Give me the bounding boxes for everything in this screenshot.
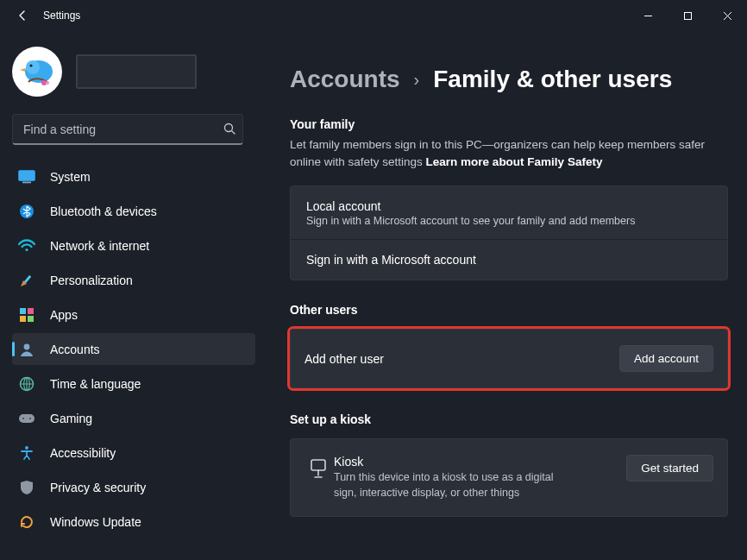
- nav-label: Network & internet: [50, 239, 149, 253]
- close-button[interactable]: [707, 2, 747, 29]
- kiosk-icon: [303, 455, 334, 500]
- svg-rect-8: [22, 181, 31, 183]
- profile-block[interactable]: [12, 47, 250, 97]
- maximize-icon: [683, 11, 693, 21]
- sidebar: System Bluetooth & devices Network & int…: [0, 31, 259, 560]
- local-account-title: Local account: [306, 199, 712, 213]
- svg-rect-12: [20, 308, 26, 314]
- search-wrap: [12, 114, 250, 145]
- gaming-icon: [17, 409, 36, 428]
- apps-icon: [17, 305, 36, 324]
- svg-rect-19: [19, 414, 35, 423]
- nav-item-accessibility[interactable]: Accessibility: [12, 437, 255, 469]
- update-icon: [17, 513, 36, 532]
- nav-item-privacy[interactable]: Privacy & security: [12, 471, 255, 503]
- nav-label: Windows Update: [50, 515, 141, 529]
- nav-item-windows-update[interactable]: Windows Update: [12, 506, 255, 538]
- nav-item-system[interactable]: System: [12, 160, 255, 192]
- add-account-button[interactable]: Add account: [619, 345, 713, 372]
- svg-point-16: [24, 343, 30, 349]
- breadcrumb-current: Family & other users: [433, 66, 672, 93]
- svg-point-10: [25, 248, 28, 250]
- family-learn-more-link[interactable]: Learn more about Family Safety: [426, 155, 603, 168]
- svg-rect-15: [28, 316, 34, 322]
- globe-clock-icon: [17, 374, 36, 393]
- avatar: [12, 47, 62, 97]
- kiosk-desc: Turn this device into a kiosk to use as …: [334, 470, 558, 500]
- svg-rect-13: [28, 308, 34, 314]
- main-content: Accounts › Family & other users Your fam…: [259, 31, 747, 560]
- window-controls: [628, 2, 747, 29]
- svg-rect-7: [19, 170, 35, 180]
- accounts-icon: [17, 340, 36, 359]
- minimize-button[interactable]: [628, 2, 668, 29]
- svg-point-21: [29, 418, 31, 419]
- add-other-user-label: Add other user: [304, 352, 384, 366]
- shield-icon: [17, 478, 36, 497]
- svg-point-5: [46, 81, 49, 85]
- nav-item-gaming[interactable]: Gaming: [12, 402, 255, 434]
- arrow-left-icon: [16, 9, 29, 22]
- svg-point-6: [225, 124, 233, 132]
- nav-label: Accounts: [50, 343, 100, 356]
- svg-point-22: [25, 446, 28, 450]
- family-description: Let family members sign in to this PC—or…: [290, 136, 728, 170]
- nav-item-apps[interactable]: Apps: [12, 299, 255, 330]
- svg-rect-11: [24, 274, 32, 283]
- nav-item-personalization[interactable]: Personalization: [12, 264, 255, 296]
- signin-microsoft-link[interactable]: Sign in with a Microsoft account: [291, 240, 727, 280]
- svg-rect-14: [20, 316, 26, 322]
- kiosk-row: Kiosk Turn this device into a kiosk to u…: [290, 438, 728, 517]
- nav-label: Apps: [50, 308, 78, 322]
- titlebar: Settings: [0, 0, 747, 31]
- chevron-right-icon: ›: [414, 70, 420, 90]
- kiosk-heading: Set up a kiosk: [290, 412, 728, 426]
- nav-label: Bluetooth & devices: [50, 204, 157, 218]
- add-other-user-row: Add other user Add account: [290, 329, 728, 388]
- search-input[interactable]: [12, 114, 243, 145]
- system-icon: [17, 167, 36, 186]
- svg-rect-0: [684, 12, 691, 19]
- family-heading: Your family: [290, 117, 728, 131]
- nav-item-bluetooth[interactable]: Bluetooth & devices: [12, 195, 255, 227]
- window-title: Settings: [43, 9, 80, 22]
- svg-point-3: [29, 64, 32, 66]
- nav-item-time-language[interactable]: Time & language: [12, 368, 255, 400]
- close-icon: [723, 11, 732, 21]
- nav-label: Gaming: [50, 412, 92, 425]
- nav-label: Accessibility: [50, 446, 116, 460]
- svg-point-20: [22, 418, 24, 419]
- breadcrumb: Accounts › Family & other users: [290, 66, 728, 93]
- nav-label: System: [50, 170, 91, 184]
- wifi-icon: [17, 236, 36, 255]
- family-card: Local account Sign in with a Microsoft a…: [290, 186, 728, 280]
- bluetooth-icon: [17, 202, 36, 221]
- svg-rect-23: [311, 460, 325, 470]
- nav-label: Personalization: [50, 274, 133, 287]
- nav-list: System Bluetooth & devices Network & int…: [12, 160, 250, 538]
- back-button[interactable]: [9, 2, 36, 29]
- profile-name-redacted: [76, 54, 197, 89]
- nav-item-network[interactable]: Network & internet: [12, 230, 255, 261]
- minimize-icon: [643, 11, 653, 21]
- kiosk-title: Kiosk: [334, 455, 558, 469]
- nav-item-accounts[interactable]: Accounts: [12, 333, 255, 365]
- svg-point-2: [26, 60, 40, 74]
- paintbrush-icon: [17, 271, 36, 290]
- kiosk-get-started-button[interactable]: Get started: [626, 455, 713, 481]
- maximize-button[interactable]: [668, 2, 707, 29]
- nav-label: Time & language: [50, 377, 141, 391]
- breadcrumb-parent[interactable]: Accounts: [290, 66, 400, 93]
- accessibility-icon: [17, 444, 36, 462]
- nav-label: Privacy & security: [50, 481, 146, 494]
- local-account-sub: Sign in with a Microsoft account to see …: [306, 215, 712, 227]
- search-icon: [223, 122, 236, 139]
- bird-icon: [16, 51, 58, 92]
- other-users-heading: Other users: [290, 303, 728, 317]
